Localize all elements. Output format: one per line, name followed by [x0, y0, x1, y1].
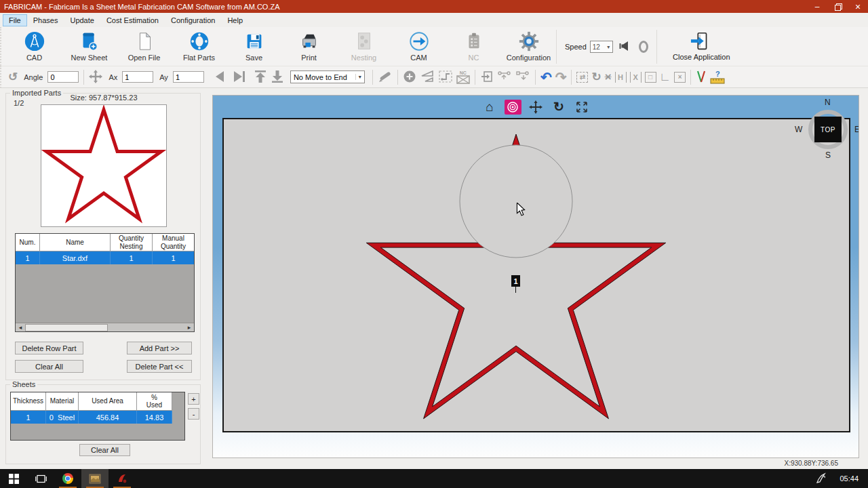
angle-input[interactable] [47, 71, 79, 83]
minimize-button[interactable]: – [807, 0, 827, 13]
save-label: Save [245, 54, 262, 62]
stop-ring-icon[interactable] [639, 41, 648, 53]
move-to-bottom-icon[interactable] [271, 70, 284, 85]
exit-part-icon[interactable] [480, 70, 494, 85]
taskbar-chrome-button[interactable] [54, 469, 81, 488]
cell-num: 1 [16, 251, 40, 264]
menu-help[interactable]: Help [221, 14, 249, 26]
close-icon: × [855, 1, 861, 12]
menu-update[interactable]: Update [64, 14, 100, 26]
scale-part-icon[interactable]: × [605, 71, 612, 83]
rotate-ccw-icon[interactable]: ↺ [8, 71, 18, 83]
contour-path-icon[interactable] [438, 70, 453, 85]
measure-help-icon[interactable]: ? [710, 70, 725, 84]
canvas-viewport[interactable]: 1 ⌂ ↻ N W E [212, 95, 859, 458]
task-view-button[interactable] [27, 469, 54, 488]
pen-tray-icon[interactable] [816, 472, 827, 485]
delete-part-button[interactable]: Delete Part << [127, 360, 192, 373]
swap-parts-icon[interactable]: ⇄ [576, 72, 588, 83]
close-button[interactable]: × [848, 0, 868, 13]
mute-icon[interactable] [619, 41, 631, 53]
move-part-icon[interactable] [89, 70, 102, 85]
mirror-vertical-icon[interactable]: X [630, 72, 642, 83]
lead-in-icon[interactable] [420, 70, 435, 84]
compass-west[interactable]: W [795, 125, 802, 134]
delete-part-icon[interactable]: × [674, 72, 686, 83]
close-application-icon [690, 30, 713, 53]
col-manual-quantity: Manual Quantity [153, 234, 194, 251]
save-icon [243, 30, 266, 53]
add-sheet-button[interactable]: + [188, 393, 199, 405]
speed-select[interactable]: 12 ▾ [590, 41, 613, 53]
redo-icon[interactable]: ↷ [555, 70, 567, 84]
draw-pen-icon[interactable] [378, 69, 393, 85]
parts-table-row[interactable]: 1 Star.dxf 1 1 [16, 251, 194, 264]
mirror-horizontal-icon[interactable]: H [615, 72, 627, 83]
sheets-table-row[interactable]: 1 0 Steel 456.84 14.83 [11, 411, 184, 424]
menu-file[interactable]: File [3, 14, 27, 26]
flat-parts-button[interactable]: Flat Parts [172, 30, 226, 62]
cad-button[interactable]: CAD [7, 30, 62, 62]
add-point-icon[interactable] [403, 70, 416, 85]
dimension-icon[interactable]: □ [645, 72, 656, 83]
taskbar-file-explorer-button[interactable] [81, 469, 108, 488]
pan-view-icon[interactable] [528, 100, 545, 115]
clear-all-parts-button[interactable]: Clear All [15, 360, 83, 373]
parts-table-scrollbar[interactable]: ◂ ▸ [16, 323, 194, 331]
view-cube-compass[interactable]: N W E S TOP [797, 99, 859, 160]
move-end-select[interactable]: No Move to End ▾ [290, 70, 365, 83]
main-toolbar: CAD New Sheet Open File Flat Parts Save [0, 27, 868, 66]
cell-used-area: 456.84 [79, 411, 137, 424]
scroll-right-icon[interactable]: ▸ [184, 324, 194, 331]
go-last-icon[interactable] [231, 70, 246, 84]
compass-view-cube[interactable]: TOP [814, 117, 842, 142]
compass-north[interactable]: N [825, 98, 831, 107]
home-view-icon[interactable]: ⌂ [481, 100, 498, 115]
circle-part[interactable] [460, 145, 572, 258]
restore-button[interactable] [827, 0, 848, 13]
fit-view-icon[interactable] [574, 100, 591, 115]
nesting-button: Nesting [336, 30, 391, 62]
rotate-part-icon[interactable]: ↻ [591, 71, 601, 83]
nc-remove-icon[interactable]: NC [456, 70, 470, 84]
taskbar-clock[interactable]: 05:44 [840, 474, 859, 483]
move-to-top-icon[interactable] [254, 70, 267, 85]
verify-icon[interactable] [696, 70, 707, 85]
print-label: Print [301, 54, 317, 62]
cam-button[interactable]: CAM [391, 30, 446, 62]
move-end-value: No Move to End [291, 73, 355, 81]
menu-phases[interactable]: Phases [27, 14, 64, 26]
close-application-button[interactable]: Close Application [656, 30, 746, 64]
menu-cost-estimation[interactable]: Cost Estimation [100, 14, 165, 26]
configuration-button[interactable]: Configuration [501, 30, 556, 62]
rotate-view-icon[interactable]: ↻ [551, 100, 568, 115]
start-button[interactable] [0, 469, 27, 488]
go-first-icon[interactable] [213, 70, 228, 84]
scrollbar-thumb[interactable] [25, 324, 108, 331]
clear-all-sheets-button[interactable]: Clear All [79, 444, 130, 456]
speed-value: 12 [591, 43, 605, 51]
print-button[interactable]: Print [281, 30, 336, 62]
compass-east[interactable]: E [854, 125, 859, 134]
add-part-button[interactable]: Add Part >> [127, 342, 192, 354]
path-start-icon[interactable] [497, 70, 512, 85]
ax-input[interactable] [122, 71, 153, 83]
open-file-button[interactable]: Open File [117, 30, 172, 62]
taskbar: 05:44 [0, 469, 868, 488]
corner-icon[interactable]: ∟ [660, 71, 671, 83]
path-end-icon[interactable] [515, 70, 530, 85]
ay-input[interactable] [173, 71, 204, 83]
scroll-left-icon[interactable]: ◂ [16, 324, 25, 331]
eye-view-icon[interactable] [505, 100, 521, 115]
delete-row-part-button[interactable]: Delete Row Part [15, 342, 83, 354]
new-sheet-button[interactable]: New Sheet [62, 30, 117, 62]
nesting-canvas[interactable] [222, 118, 850, 432]
save-button[interactable]: Save [226, 30, 281, 62]
menu-configuration[interactable]: Configuration [165, 14, 221, 26]
compass-south[interactable]: S [825, 150, 831, 160]
part-preview[interactable] [41, 104, 167, 227]
restore-icon [835, 3, 841, 9]
undo-icon[interactable]: ↶ [540, 70, 552, 84]
taskbar-fabricam-button[interactable] [108, 469, 136, 488]
remove-sheet-button[interactable]: - [188, 408, 199, 420]
